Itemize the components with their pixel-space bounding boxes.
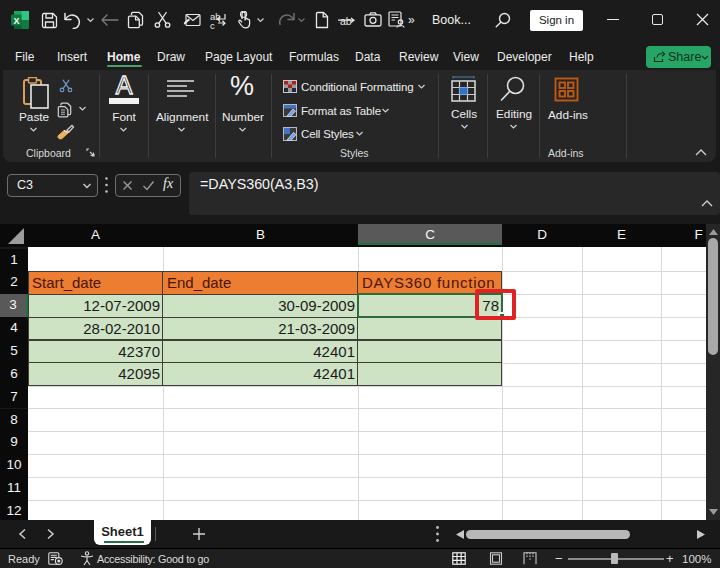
- svg-text:X: X: [13, 16, 19, 26]
- svg-text:c: c: [210, 20, 215, 30]
